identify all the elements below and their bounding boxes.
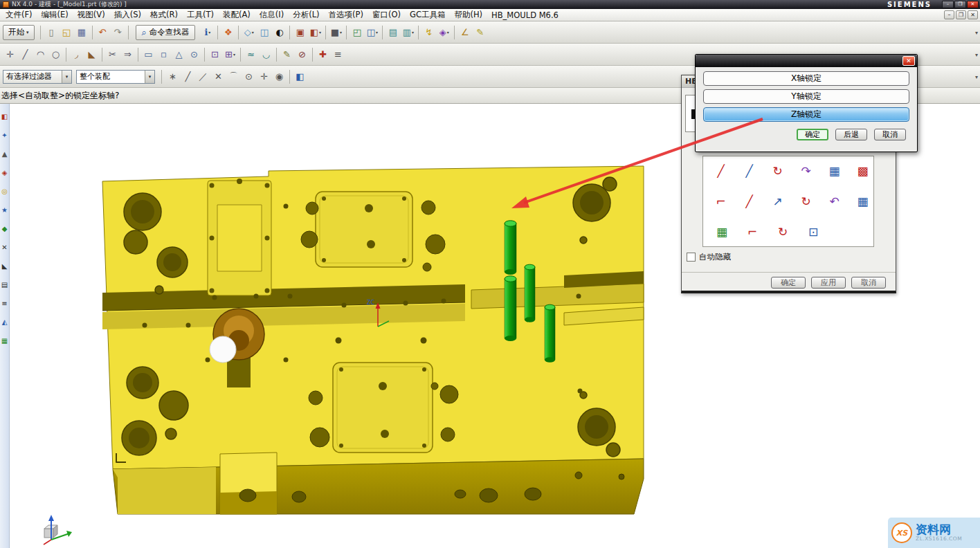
trim-icon[interactable]: ✂ [105,47,120,62]
autohide-checkbox[interactable] [687,253,696,262]
restore-icon[interactable]: ❐ [954,1,966,8]
menu-item-item[interactable]: 视图(V) [73,9,109,21]
loft-icon[interactable]: ◡ [259,47,273,62]
constraint-swing2-icon[interactable]: ↶ [826,192,842,210]
snap-midpoint-icon[interactable]: ／ [196,69,210,84]
constraint-corner-icon[interactable]: ⌐ [713,192,729,210]
menu-item-item[interactable]: HB_MOULD M6.6 [487,10,563,21]
command-finder-button[interactable]: ⌕ 命令查找器 [136,25,196,40]
panel-ok-button[interactable]: 确定 [771,277,806,289]
mirror-icon[interactable]: ⊡ [208,47,222,62]
dock-constraint-icon[interactable]: ▲ [2,151,8,158]
menu-item-item[interactable]: 信息(I) [255,9,288,21]
layer-icon[interactable]: ≡ [331,47,345,62]
chamfer-icon[interactable]: ◣ [84,47,99,62]
snap-existing-point-icon[interactable]: ◉ [272,69,287,84]
snap-arc-icon[interactable]: ⌒ [226,69,241,84]
annotate-icon[interactable]: ✎ [473,25,487,39]
dock-triangle-icon[interactable]: ◭ [2,319,8,326]
snap-quadrant-icon[interactable]: ✛ [257,69,271,84]
menu-item-item[interactable]: 工具(T) [183,9,218,21]
spark-tool-icon[interactable]: ↯ [421,25,436,39]
dock-web-browser-icon[interactable]: ★ [1,207,8,214]
mold-plate-model[interactable] [102,166,644,514]
dock-history-icon[interactable]: ◈ [2,170,8,176]
toolbar-overflow-icon[interactable]: ▾ [975,73,978,80]
menu-item-item[interactable]: 首选项(P) [325,9,368,21]
dock-close-icon[interactable]: ✕ [1,244,7,251]
info-icon[interactable]: ℹ▾ [200,25,215,39]
arc-icon[interactable]: ◠ [33,47,48,62]
selection-scope-combo[interactable]: 整个装配 ▾ [76,70,155,84]
circle-icon[interactable]: ○ [48,47,63,62]
save-icon[interactable]: ▦ [75,25,89,39]
snap-endpoint-icon[interactable]: ╱ [181,69,195,84]
fillet-icon[interactable]: ◞ [69,47,84,62]
assembly-icon[interactable]: ◰ [350,25,364,39]
dialog-cancel-button[interactable]: 取消 [874,129,906,140]
datum-plane-icon[interactable]: ◫ [257,25,271,39]
constraint-grid-blue-icon[interactable]: ▦ [826,162,842,180]
constraint-grid-red-icon[interactable]: ▩ [855,162,871,180]
snap-intersection-icon[interactable]: ✕ [211,69,226,84]
constraint-rotate-icon[interactable]: ↻ [770,162,786,180]
dock-assembly-navigator-icon[interactable]: ✦ [1,132,7,139]
toolbar-overflow-icon[interactable]: ▾ [975,29,978,35]
table-icon[interactable]: ▥▾ [401,25,415,39]
menu-item-item[interactable]: 窗口(O) [368,9,405,21]
panel-apply-button[interactable]: 应用 [811,277,846,289]
dock-corner-icon[interactable]: ◣ [2,263,8,270]
close-icon[interactable]: ✕ [967,1,979,8]
menu-item-item[interactable]: 装配(A) [219,9,255,21]
constraint-diagonal-icon[interactable]: ╱ [741,192,757,210]
dock-palette-icon[interactable]: ◆ [2,226,8,232]
constraint-corner2-icon[interactable]: ⌐ [743,223,761,241]
pocket-icon[interactable]: ▫ [156,47,171,62]
y-axis-lock-button[interactable]: Y轴锁定 [703,89,909,104]
snap-center-icon[interactable]: ⊙ [242,69,256,84]
dock-menu-icon[interactable]: ≡ [1,300,7,307]
shaded-display-icon[interactable]: ◐ [272,25,287,39]
menu-item-item[interactable]: 编辑(E) [37,9,73,21]
x-axis-lock-button[interactable]: X轴锁定 [703,71,909,86]
constraint-grid-green-icon[interactable]: ▦ [713,223,731,241]
block-icon[interactable]: ■▾ [329,25,343,39]
new-icon[interactable]: ▯ [44,25,59,39]
line-icon[interactable]: ╱ [18,47,33,62]
dialog-back-button[interactable]: 后退 [835,129,867,140]
revolve-icon[interactable]: ◧▾ [308,25,323,39]
z-axis-lock-button[interactable]: Z轴锁定 [703,107,909,122]
minimize-icon[interactable]: – [942,1,954,8]
wcs-icon[interactable]: ✚ [316,47,330,62]
constraint-grid2-icon[interactable]: ▦ [855,192,871,210]
selection-filter-combo[interactable]: 有选择过滤器 ▾ [3,70,72,84]
open-icon[interactable]: ◱ [60,25,74,39]
pattern-icon[interactable]: ⊞▾ [223,47,237,62]
doc-restore-icon[interactable]: ❐ [956,10,966,19]
hole-icon[interactable]: ⊙ [187,47,201,62]
menu-item-item[interactable]: 帮助(H) [450,9,487,21]
dock-grid-icon[interactable]: ▦ [1,338,8,345]
point-icon[interactable]: ✛ [3,47,17,62]
extrude-icon[interactable]: ▣ [293,25,307,39]
constraint-vector-icon[interactable]: ↗ [770,192,786,210]
edit-feature-icon[interactable]: ✎ [280,47,294,62]
start-menu-button[interactable]: 开始 ▾ [3,25,35,40]
constraint-line-blue-icon[interactable]: ╱ [741,162,757,180]
dialog-ok-button[interactable]: 确定 [797,129,828,140]
mate-constraint-icon[interactable]: ◫▾ [365,25,379,39]
boss-icon[interactable]: △ [172,47,186,62]
menu-item-item[interactable]: 分析(L) [289,9,323,21]
constraint-rotate2-icon[interactable]: ↻ [798,192,814,210]
sweep-icon[interactable]: ≈ [244,47,258,62]
view-layout-icon[interactable]: ❖ [221,25,235,39]
pad-icon[interactable]: ▭ [141,47,156,62]
dock-reuse-library-icon[interactable]: ◎ [1,188,8,195]
solid-body-icon[interactable]: ◧ [293,69,307,84]
dock-list-icon[interactable]: ▤ [1,282,8,289]
measure-icon[interactable]: ∠ [457,25,472,39]
snap-point-icon[interactable]: ∗ [165,69,180,84]
suppress-icon[interactable]: ⊘ [295,47,309,62]
menu-item-item[interactable]: 文件(F) [1,9,37,21]
sheet-icon[interactable]: ▤ [385,25,400,39]
